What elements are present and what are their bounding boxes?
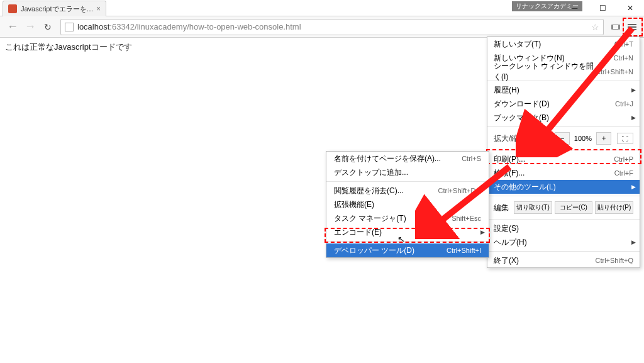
zoom-value: 100% <box>574 135 592 142</box>
edit-cut-button[interactable]: 切り取り(T) <box>514 201 552 214</box>
menu-incognito[interactable]: シークレット ウィンドウを開く(I)Ctrl+Shift+N <box>487 65 640 79</box>
device-mode-icon[interactable] <box>608 19 624 35</box>
url-path: :63342/linuxacademy/how-to-open-web-cons… <box>109 22 301 31</box>
tab-close-icon[interactable]: × <box>96 4 101 13</box>
submenu-add-desktop[interactable]: デスクトップに追加... <box>326 165 489 179</box>
chevron-right-icon: ▶ <box>631 87 636 93</box>
menu-print[interactable]: 印刷(P)...Ctrl+P <box>487 152 640 166</box>
chevron-right-icon: ▶ <box>480 229 485 235</box>
url-host: localhost <box>77 22 109 31</box>
menu-more-tools[interactable]: その他のツール(L)▶ <box>487 180 640 194</box>
menu-history[interactable]: 履歴(H)▶ <box>487 83 640 97</box>
forward-button[interactable]: → <box>21 18 39 36</box>
tab-favicon <box>8 4 17 13</box>
back-button[interactable]: ← <box>4 18 21 36</box>
submenu-clear-browsing[interactable]: 閲覧履歴を消去(C)...Ctrl+Shift+Del <box>326 184 489 198</box>
tab-title: Javascriptでエラーを表示する <box>21 4 96 14</box>
chevron-right-icon: ▶ <box>631 114 636 121</box>
menu-edit-row: 編集 切り取り(T) コピー(C) 貼り付け(P) <box>487 198 640 217</box>
browser-tab[interactable]: Javascriptでエラーを表示する × <box>3 1 106 16</box>
maximize-button[interactable]: ☐ <box>589 0 616 16</box>
menu-exit[interactable]: 終了(X)Ctrl+Shift+Q <box>487 254 640 267</box>
main-menu: 新しいタブ(T)Ctrl+T 新しいウィンドウ(N)Ctrl+N シークレット … <box>487 36 640 268</box>
menu-help[interactable]: ヘルプ(H)▶ <box>487 235 640 249</box>
page-icon <box>65 23 74 31</box>
submenu-save-as[interactable]: 名前を付けてページを保存(A)...Ctrl+S <box>326 152 489 165</box>
chevron-right-icon: ▶ <box>631 184 636 190</box>
menu-zoom: 拡大/縮小 − 100% + ⛶ <box>487 129 640 148</box>
window-controls: ─ ☐ ✕ <box>561 0 644 16</box>
menu-downloads[interactable]: ダウンロード(D)Ctrl+J <box>487 97 640 111</box>
mouse-cursor-icon: ↖ <box>397 233 406 245</box>
menu-new-tab[interactable]: 新しいタブ(T)Ctrl+T <box>487 37 640 51</box>
more-tools-submenu: 名前を付けてページを保存(A)...Ctrl+S デスクトップに追加... 閲覧… <box>326 151 489 258</box>
edit-copy-button[interactable]: コピー(C) <box>555 201 593 214</box>
bookmark-star-icon[interactable]: ☆ <box>591 22 599 32</box>
edit-paste-button[interactable]: 貼り付け(P) <box>595 201 633 214</box>
submenu-task-manager[interactable]: タスク マネージャ(T)Shift+Esc <box>326 211 489 225</box>
minimize-button[interactable]: ─ <box>561 0 589 16</box>
submenu-encoding[interactable]: エンコード(E)▶ <box>326 225 489 239</box>
main-menu-button[interactable] <box>624 19 640 35</box>
fullscreen-button[interactable]: ⛶ <box>617 133 633 144</box>
zoom-out-button[interactable]: − <box>555 132 570 145</box>
address-bar[interactable]: localhost :63342/linuxacademy/how-to-ope… <box>60 19 604 35</box>
submenu-dev-tools[interactable]: デベロッパー ツール(D)Ctrl+Shift+I <box>326 243 489 257</box>
zoom-in-button[interactable]: + <box>596 132 611 145</box>
close-button[interactable]: ✕ <box>616 0 644 16</box>
reload-button[interactable]: ↻ <box>39 18 57 36</box>
toolbar: ← → ↻ localhost :63342/linuxacademy/how-… <box>0 16 644 38</box>
submenu-extensions[interactable]: 拡張機能(E) <box>326 198 489 211</box>
menu-bookmarks[interactable]: ブックマーク(B)▶ <box>487 111 640 125</box>
page-text: これは正常なJavascriptコードです <box>5 42 132 52</box>
menu-settings[interactable]: 設定(S) <box>487 221 640 235</box>
chevron-right-icon: ▶ <box>631 239 636 245</box>
menu-find[interactable]: 検索(F)...Ctrl+F <box>487 166 640 180</box>
title-bar: Javascriptでエラーを表示する × リナックスアカデミー ─ ☐ ✕ <box>0 0 644 16</box>
